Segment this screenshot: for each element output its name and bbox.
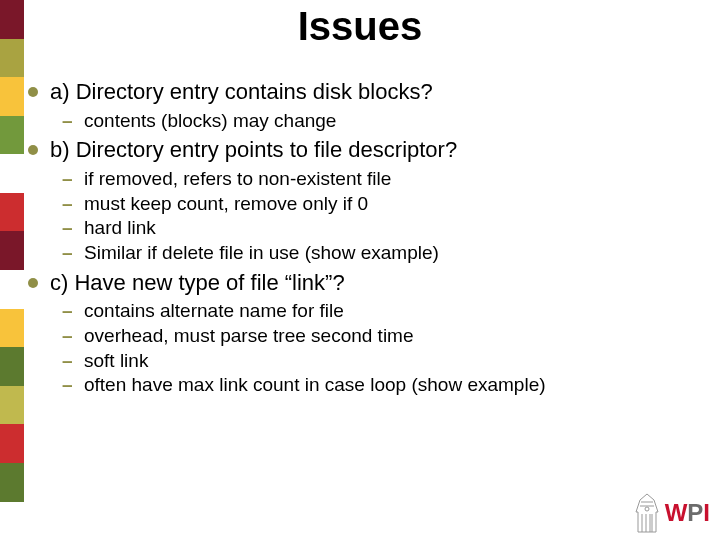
dash-icon: – <box>62 349 84 374</box>
sub-c-2-text: soft link <box>84 349 148 374</box>
dash-icon: – <box>62 109 84 134</box>
sub-b-1: – must keep count, remove only if 0 <box>62 192 698 217</box>
sub-b-1-text: must keep count, remove only if 0 <box>84 192 368 217</box>
bullet-b-text: b) Directory entry points to file descri… <box>50 136 457 165</box>
sub-b-2-text: hard link <box>84 216 156 241</box>
svg-point-0 <box>645 507 649 511</box>
sub-c-1-text: overhead, must parse tree second time <box>84 324 414 349</box>
slide-title: Issues <box>0 4 720 49</box>
sub-c-3-text: often have max link count in case loop (… <box>84 373 546 398</box>
dash-icon: – <box>62 299 84 324</box>
sub-a-0-text: contents (blocks) may change <box>84 109 336 134</box>
logo-w: W <box>665 499 688 527</box>
sub-b-3-text: Similar if delete file in use (show exam… <box>84 241 439 266</box>
sub-b-0: – if removed, refers to non-existent fil… <box>62 167 698 192</box>
sub-c-0-text: contains alternate name for file <box>84 299 344 324</box>
tower-icon <box>632 492 662 534</box>
point-a: a) Directory entry contains disk blocks?… <box>22 78 698 133</box>
left-decorative-bar <box>0 0 24 540</box>
dash-icon: – <box>62 192 84 217</box>
slide-body: a) Directory entry contains disk blocks?… <box>22 78 698 401</box>
dash-icon: – <box>62 241 84 266</box>
bullet-a-text: a) Directory entry contains disk blocks? <box>50 78 433 107</box>
sub-b-0-text: if removed, refers to non-existent file <box>84 167 391 192</box>
bullet-c: c) Have new type of file “link”? <box>22 269 698 298</box>
bullet-b: b) Directory entry points to file descri… <box>22 136 698 165</box>
sub-b-2: – hard link <box>62 216 698 241</box>
logo-i: I <box>703 499 710 527</box>
point-b: b) Directory entry points to file descri… <box>22 136 698 265</box>
wpi-logo: WPI <box>632 492 710 534</box>
sub-b-3: – Similar if delete file in use (show ex… <box>62 241 698 266</box>
wpi-wordmark: WPI <box>665 499 710 527</box>
point-c: c) Have new type of file “link”? – conta… <box>22 269 698 398</box>
logo-p: P <box>687 499 703 527</box>
bullet-dot-icon <box>22 269 50 291</box>
sub-c-3: – often have max link count in case loop… <box>62 373 698 398</box>
bullet-c-text: c) Have new type of file “link”? <box>50 269 345 298</box>
dash-icon: – <box>62 373 84 398</box>
sub-c-2: – soft link <box>62 349 698 374</box>
bullet-dot-icon <box>22 136 50 158</box>
dash-icon: – <box>62 216 84 241</box>
dash-icon: – <box>62 324 84 349</box>
sub-c-1: – overhead, must parse tree second time <box>62 324 698 349</box>
bullet-a: a) Directory entry contains disk blocks? <box>22 78 698 107</box>
slide: Issues a) Directory entry contains disk … <box>0 0 720 540</box>
sub-a-0: – contents (blocks) may change <box>62 109 698 134</box>
sub-c-0: – contains alternate name for file <box>62 299 698 324</box>
dash-icon: – <box>62 167 84 192</box>
bullet-dot-icon <box>22 78 50 100</box>
